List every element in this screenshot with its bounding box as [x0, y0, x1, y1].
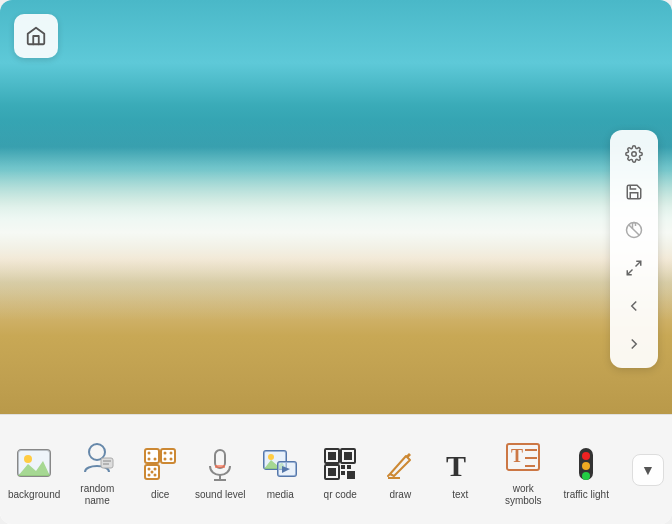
svg-point-0: [632, 152, 637, 157]
tool-media-label: media: [267, 489, 294, 501]
no-touch-button[interactable]: [616, 212, 652, 248]
tool-background[interactable]: background: [4, 435, 64, 505]
svg-point-15: [154, 457, 157, 460]
tool-text[interactable]: T text: [430, 435, 490, 505]
tool-dice-label: dice: [151, 489, 169, 501]
svg-point-7: [24, 455, 32, 463]
svg-rect-45: [341, 465, 345, 469]
svg-point-24: [154, 467, 157, 470]
svg-text:T: T: [446, 449, 466, 482]
svg-point-21: [170, 457, 173, 460]
svg-point-25: [151, 470, 154, 473]
svg-text:T: T: [511, 446, 523, 466]
svg-rect-47: [341, 471, 345, 475]
tool-background-label: background: [8, 489, 60, 501]
svg-rect-44: [328, 468, 336, 476]
tool-traffic-light-label: traffic light: [564, 489, 609, 501]
scroll-down-button[interactable]: ▼: [632, 454, 664, 486]
svg-point-19: [170, 451, 173, 454]
tool-media[interactable]: media: [250, 435, 310, 505]
svg-rect-46: [347, 465, 351, 469]
svg-point-58: [582, 462, 590, 470]
wave-overlay: [0, 120, 672, 370]
tool-random-name-label: random name: [68, 483, 126, 507]
svg-point-14: [148, 451, 151, 454]
tool-sound-level[interactable]: sound level: [190, 435, 250, 505]
svg-point-23: [148, 467, 151, 470]
tool-work-symbols[interactable]: T work symbols: [490, 429, 556, 511]
tool-draw[interactable]: draw: [370, 435, 430, 505]
settings-button[interactable]: [616, 136, 652, 172]
scroll-down-icon: ▼: [641, 462, 655, 478]
svg-point-27: [154, 473, 157, 476]
svg-point-16: [148, 457, 151, 460]
main-container: background random name: [0, 0, 672, 524]
fullscreen-button[interactable]: [616, 250, 652, 286]
tool-dice[interactable]: dice: [130, 435, 190, 505]
svg-line-2: [629, 225, 640, 236]
svg-point-59: [582, 472, 590, 480]
svg-point-57: [582, 452, 590, 460]
svg-rect-42: [344, 452, 352, 460]
svg-point-18: [164, 451, 167, 454]
save-button[interactable]: [616, 174, 652, 210]
forward-button[interactable]: [616, 326, 652, 362]
svg-point-20: [164, 457, 167, 460]
svg-rect-13: [145, 449, 159, 463]
svg-rect-48: [347, 471, 355, 479]
svg-point-26: [148, 473, 151, 476]
svg-rect-31: [215, 465, 225, 468]
svg-rect-40: [328, 452, 336, 460]
back-button[interactable]: [616, 288, 652, 324]
right-toolbar: [610, 130, 658, 368]
tool-qr-code-label: qr code: [324, 489, 357, 501]
tool-qr-code[interactable]: qr code: [310, 435, 370, 505]
svg-rect-17: [161, 449, 175, 463]
svg-point-34: [268, 454, 274, 460]
home-button[interactable]: [14, 14, 58, 58]
tool-sound-level-label: sound level: [195, 489, 246, 501]
tool-draw-label: draw: [389, 489, 411, 501]
svg-line-3: [636, 261, 641, 266]
bottom-toolbar: background random name: [0, 414, 672, 524]
svg-line-4: [627, 270, 632, 275]
tool-text-label: text: [452, 489, 468, 501]
svg-rect-10: [101, 458, 113, 468]
tool-timer[interactable]: timer: [616, 435, 632, 505]
tool-traffic-light[interactable]: traffic light: [556, 435, 616, 505]
tools-scroll: background random name: [4, 429, 632, 511]
tool-random-name[interactable]: random name: [64, 429, 130, 511]
tool-work-symbols-label: work symbols: [494, 483, 552, 507]
